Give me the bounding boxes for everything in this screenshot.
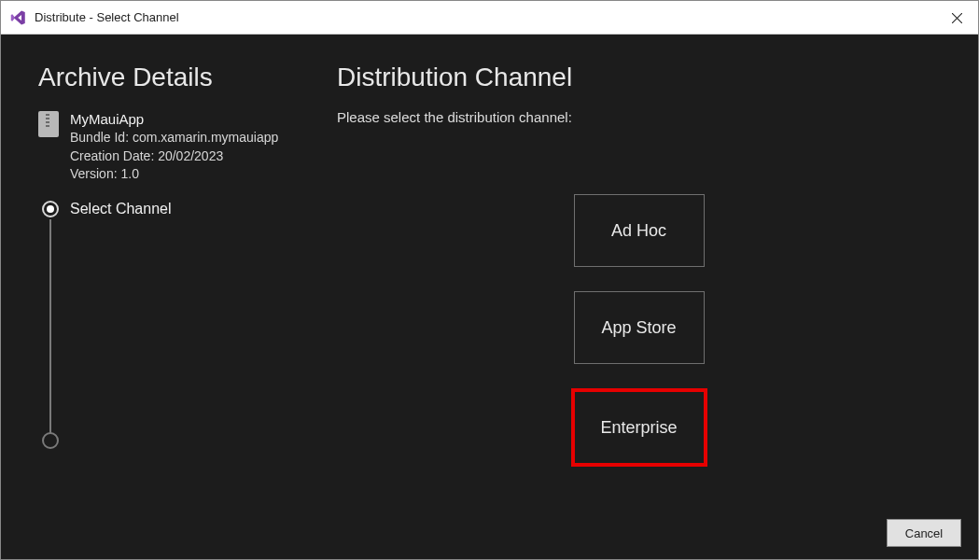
archive-meta: MyMauiApp Bundle Id: com.xamarin.mymauia… (70, 109, 278, 184)
archive-info: MyMauiApp Bundle Id: com.xamarin.mymauia… (38, 109, 337, 184)
archive-bundle-id: Bundle Id: com.xamarin.mymauiapp (70, 129, 278, 147)
step-dot-inactive-icon (42, 432, 59, 449)
steps-indicator: Select Channel (38, 201, 337, 449)
step-connector-line (49, 219, 51, 443)
main-area: Archive Details MyMauiApp Bundle Id: com… (1, 35, 978, 507)
dialog-content: Archive Details MyMauiApp Bundle Id: com… (1, 35, 978, 559)
archive-zip-icon (38, 111, 59, 137)
archive-creation-date: Creation Date: 20/02/2023 (70, 147, 278, 166)
window-title: Distribute - Select Channel (35, 10, 179, 24)
archive-app-name: MyMauiApp (70, 109, 278, 129)
archive-version: Version: 1.0 (70, 165, 278, 184)
cancel-button[interactable]: Cancel (887, 519, 961, 547)
distribution-channel-panel: Distribution Channel Please select the d… (337, 63, 941, 497)
channel-ad-hoc-button[interactable]: Ad Hoc (574, 194, 705, 267)
visual-studio-icon (10, 9, 27, 26)
channel-app-store-button[interactable]: App Store (574, 291, 705, 364)
step-dot-active-icon (42, 201, 59, 217)
step-end (42, 432, 337, 449)
close-button[interactable] (935, 1, 978, 35)
channel-enterprise-button[interactable]: Enterprise (571, 388, 707, 467)
archive-details-heading: Archive Details (38, 63, 337, 92)
step-select-channel: Select Channel (42, 201, 337, 217)
dialog-footer: Cancel (1, 507, 978, 559)
titlebar: Distribute - Select Channel (1, 1, 978, 35)
archive-details-panel: Archive Details MyMauiApp Bundle Id: com… (38, 63, 337, 497)
channel-button-group: Ad Hoc App Store Enterprise (337, 194, 941, 467)
step-label: Select Channel (70, 201, 172, 217)
dialog-window: Distribute - Select Channel Archive Deta… (0, 0, 979, 560)
distribution-instruction: Please select the distribution channel: (337, 109, 941, 125)
distribution-channel-heading: Distribution Channel (337, 63, 941, 92)
